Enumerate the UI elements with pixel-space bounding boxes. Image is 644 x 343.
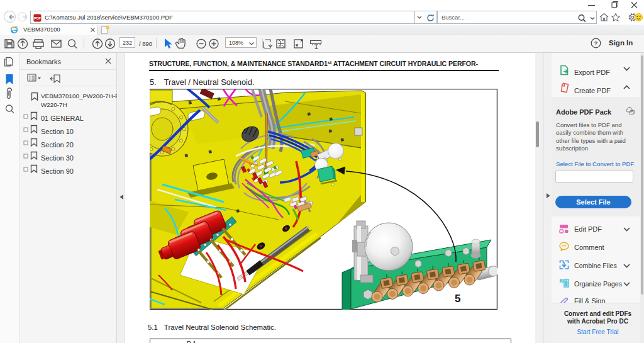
svg-text:PDF: PDF xyxy=(34,16,41,20)
svg-text:/ 890: / 890 xyxy=(139,40,152,47)
svg-text:?: ? xyxy=(594,40,598,47)
svg-text:5: 5 xyxy=(455,293,460,305)
